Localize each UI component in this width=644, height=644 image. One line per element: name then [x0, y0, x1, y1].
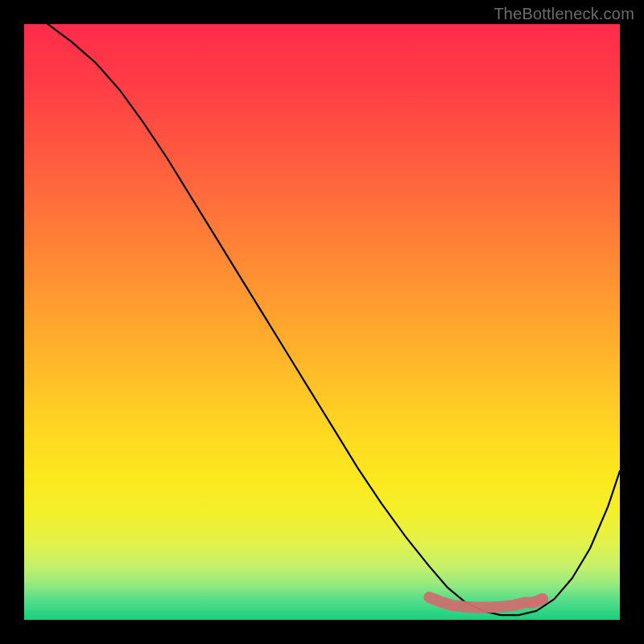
- plot-area: [24, 24, 620, 620]
- attribution-label: TheBottleneck.com: [493, 5, 634, 23]
- chart-stage: TheBottleneck.com: [0, 0, 644, 644]
- curve-line: [48, 24, 620, 615]
- chart-svg: [24, 24, 620, 620]
- bottom-scatter-dot: [537, 593, 548, 605]
- bottom-scatter-stroke: [429, 597, 543, 608]
